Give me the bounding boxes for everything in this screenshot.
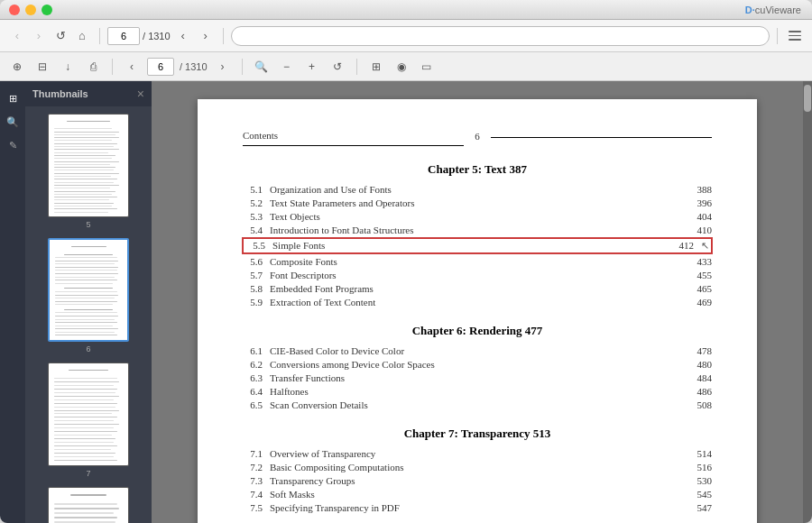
zoom-in-button[interactable]: + — [302, 57, 322, 77]
download-button[interactable]: ↓ — [58, 57, 78, 77]
toc-text-5-6: Composite Fonts — [270, 256, 692, 267]
print-button[interactable]: ⎙ — [83, 57, 103, 77]
main-toolbar: ‹ › ↺ ⌂ / 1310 ‹ › — [0, 20, 812, 52]
toc-entry-6-4: 6.4 Halftones 486 — [243, 386, 712, 397]
menu-line2 — [789, 35, 801, 37]
toc-page-5-8: 465 — [697, 283, 713, 294]
thumbnail-item-7[interactable]: 7 — [32, 362, 144, 478]
menu-icon[interactable] — [785, 26, 805, 46]
thumb-content-5 — [49, 115, 128, 216]
header-right-border — [491, 134, 712, 138]
search-icon-button[interactable]: 🔍 — [3, 112, 23, 132]
thumbnail-item-5[interactable]: 5 — [32, 114, 144, 229]
toc-entry-6-5: 6.5 Scan Conversion Details 508 — [243, 399, 712, 410]
page-number-input[interactable] — [107, 27, 140, 45]
globe-button[interactable]: ⊕ — [7, 57, 27, 77]
separator3 — [777, 28, 778, 44]
toc-text-6-4: Halftones — [270, 386, 692, 397]
toc-entry-7-3: 7.3 Transparency Groups 530 — [243, 475, 712, 486]
toc-text-7-4: Soft Masks — [270, 489, 692, 500]
forward-button[interactable]: › — [29, 26, 49, 46]
document-viewer[interactable]: Contents 6 Chapter 5: Text 387 5.1 Organ… — [152, 81, 803, 523]
zoom-search-button[interactable]: 🔍 — [252, 57, 272, 77]
rect-button[interactable]: ▭ — [417, 57, 437, 77]
thumbnail-page-8 — [48, 487, 129, 523]
doc-page-input[interactable] — [147, 58, 174, 76]
toc-page-6-1: 478 — [697, 345, 713, 356]
reload-button[interactable]: ↺ — [51, 26, 70, 46]
toc-number-5-6: 5.6 — [243, 256, 270, 267]
thumbnail-label-5: 5 — [86, 220, 90, 229]
app-logo: D·cuVieware — [745, 5, 801, 15]
toc-number-5-2: 5.2 — [243, 197, 270, 208]
toc-text-7-1: Overview of Transparency — [270, 448, 692, 459]
toc-number-5-1: 5.1 — [243, 184, 270, 195]
separator2 — [223, 28, 224, 44]
prev-page-button[interactable]: ‹ — [173, 26, 193, 46]
fit-button[interactable]: ⊞ — [366, 57, 386, 77]
rotate-button[interactable]: ↺ — [328, 57, 347, 77]
toc-page-6-4: 486 — [697, 386, 713, 397]
bookmark-button[interactable]: ⊟ — [32, 57, 52, 77]
minimize-button[interactable] — [25, 5, 36, 15]
back-button[interactable]: ‹ — [7, 26, 27, 46]
scrollbar[interactable] — [803, 81, 812, 523]
next-page-button[interactable]: › — [196, 26, 216, 46]
toc-number-6-4: 6.4 — [243, 386, 270, 397]
toc-page-5-5: 412 — [679, 240, 695, 251]
main-layout: ⊞ 🔍 ✎ Thumbnails × — [0, 81, 812, 523]
toc-entry-5-5: 5.5 Simple Fonts 412 ↖ — [243, 238, 712, 253]
toc-number-7-4: 7.4 — [243, 489, 270, 500]
thumbnail-item-8[interactable]: 8 — [32, 487, 144, 523]
toc-entry-5-8: 5.8 Embedded Font Programs 465 — [243, 283, 712, 294]
next-doc-page-button[interactable]: › — [213, 57, 233, 77]
toc-text-5-3: Text Objects — [270, 211, 692, 222]
zoom-out-button[interactable]: − — [277, 57, 297, 77]
cursor-indicator: ↖ — [701, 240, 709, 252]
toc-entry-5-3: 5.3 Text Objects 404 — [243, 211, 712, 222]
toc-page-5-9: 469 — [697, 297, 713, 307]
toc-text-5-7: Font Descriptors — [270, 270, 692, 280]
address-bar[interactable] — [231, 26, 770, 46]
eye-button[interactable]: ◉ — [392, 57, 411, 77]
thumbnails-icon-button[interactable]: ⊞ — [3, 88, 23, 108]
toc-page-7-3: 530 — [697, 475, 713, 486]
toc-entry-5-4: 5.4 Introduction to Font Data Structures… — [243, 225, 712, 235]
toc-number-5-4: 5.4 — [243, 225, 270, 235]
toc-page-5-4: 410 — [697, 225, 713, 235]
thumbnails-container: 5 — [25, 106, 152, 523]
scrollbar-thumb[interactable] — [804, 85, 811, 112]
chapter6-heading: Chapter 6: Rendering 477 — [243, 324, 712, 338]
toc-entry-7-4: 7.4 Soft Masks 545 — [243, 489, 712, 500]
prev-doc-page-button[interactable]: ‹ — [122, 57, 142, 77]
toc-page-7-5: 547 — [697, 502, 713, 513]
toc-text-6-5: Scan Conversion Details — [270, 399, 692, 410]
edit-icon-button[interactable]: ✎ — [3, 135, 23, 155]
close-button[interactable] — [9, 5, 20, 15]
home-button[interactable]: ⌂ — [72, 26, 92, 46]
chapter5-heading: Chapter 5: Text 387 — [243, 162, 712, 177]
header-left-border: Contents — [243, 126, 464, 146]
toc-entry-5-1: 5.1 Organization and Use of Fonts 388 — [243, 184, 712, 195]
menu-line3 — [789, 39, 801, 41]
toc-number-5-9: 5.9 — [243, 297, 270, 307]
app-window: D·cuVieware ‹ › ↺ ⌂ / 1310 ‹ › ⊕ ⊟ ↓ ⎙ — [0, 0, 812, 523]
thumbnail-close-button[interactable]: × — [137, 87, 144, 100]
thumb-content-8 — [49, 488, 128, 523]
maximize-button[interactable] — [42, 5, 52, 15]
toc-number-6-2: 6.2 — [243, 359, 270, 370]
thumbnail-panel-title: Thumbnails — [32, 88, 88, 99]
thumbnail-page-7 — [48, 362, 129, 466]
toc-entry-5-9: 5.9 Extraction of Text Content 469 — [243, 297, 712, 307]
toc-entry-7-5: 7.5 Specifying Transparency in PDF 547 — [243, 502, 712, 513]
toc-text-7-2: Basic Compositing Computations — [270, 462, 692, 473]
toc-page-5-2: 396 — [697, 197, 713, 208]
chapter7-heading: Chapter 7: Transparency 513 — [243, 427, 712, 441]
toc-number-5-8: 5.8 — [243, 283, 270, 294]
toc-entry-6-3: 6.3 Transfer Functions 484 — [243, 372, 712, 383]
thumbnail-item-6[interactable]: 6 — [32, 238, 144, 353]
thumbnail-page-5 — [48, 114, 129, 217]
toc-text-5-4: Introduction to Font Data Structures — [270, 225, 692, 235]
toc-number-5-5: 5.5 — [245, 240, 272, 251]
toc-text-5-2: Text State Parameters and Operators — [270, 197, 692, 208]
